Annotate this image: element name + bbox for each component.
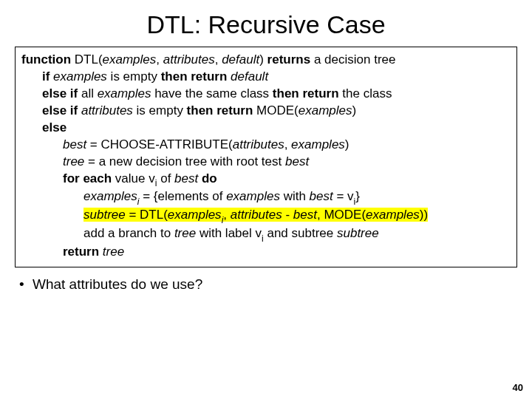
- algo-line-12: return tree: [21, 244, 511, 261]
- algo-line-2: if examples is empty then return default: [21, 69, 511, 86]
- algorithm-box: function DTL(examples, attributes, defau…: [15, 47, 517, 267]
- algo-line-3: else if all examples have the same class…: [21, 86, 511, 103]
- bullet-item: •What attributes do we use?: [13, 267, 519, 293]
- bullet-dot: •: [19, 276, 33, 293]
- algo-line-6: best = CHOOSE-ATTRIBUTE(attributes, exam…: [21, 137, 511, 154]
- algo-line-8: for each value vi of best do: [21, 171, 511, 189]
- algo-line-9: examplesi = {elements of examples with b…: [21, 188, 511, 207]
- page-number: 40: [513, 382, 523, 393]
- algo-line-4: else if attributes is empty then return …: [21, 103, 511, 120]
- algo-line-11: add a branch to tree with label vi and s…: [21, 225, 511, 244]
- slide: DTL: Recursive Case function DTL(example…: [0, 0, 532, 293]
- algo-line-5: else: [21, 120, 511, 137]
- slide-title: DTL: Recursive Case: [13, 7, 519, 47]
- bullet-text: What attributes do we use?: [33, 276, 202, 292]
- algo-line-10-highlighted: subtree = DTL(examplesi, attributes - be…: [21, 207, 511, 225]
- algo-line-7: tree = a new decision tree with root tes…: [21, 154, 511, 171]
- algo-line-1: function DTL(examples, attributes, defau…: [21, 52, 511, 69]
